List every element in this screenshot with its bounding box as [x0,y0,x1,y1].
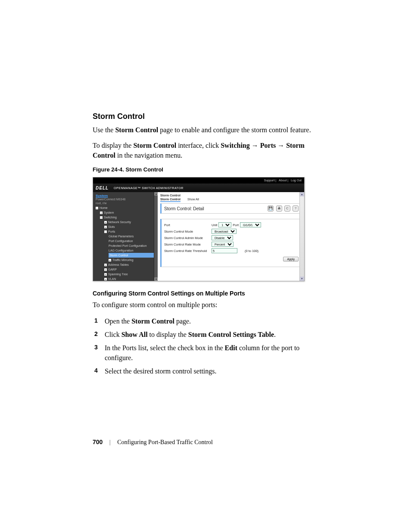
tree-toggle-icon[interactable]: + [104,264,107,266]
print-icon[interactable]: 🖶 [276,205,282,212]
breadcrumb: Storm Control [160,194,302,197]
page-footer: 700 | Configuring Port-Based Traffic Con… [93,439,213,446]
sidebar-item-protected-port[interactable]: Protected Port Configuration [109,243,155,248]
embedded-screenshot: Support | About | Log Out DELL OPENMANAG… [93,177,305,281]
text: In the Ports list, select the check box … [105,344,225,352]
sidebar-user-role: root, r/w [96,202,155,205]
link-support[interactable]: Support [264,179,275,182]
text-bold: Storm Control [115,126,158,134]
step-number: 1 [94,316,98,325]
sidebar-item-switching[interactable]: –Switching [100,215,155,220]
input-threshold[interactable] [212,248,237,253]
select-unit[interactable]: 1 [218,222,231,227]
section-heading: Storm Control [93,112,318,121]
link-logout[interactable]: Log Out [291,179,302,182]
row-rate-mode: Storm Control Rate Mode Percent [164,242,299,247]
label-port: Port [164,223,212,227]
tree-toggle-icon[interactable]: – [104,230,107,233]
tree-toggle-icon[interactable]: + [109,259,111,261]
sidebar-item-garp[interactable]: +GARP [104,267,155,272]
scroll-up-icon[interactable]: ▴ [300,192,304,196]
row-threshold: Storm Control Rate Threshold (0 to 100) [164,248,299,253]
step-2: 2 Click Show All to display the Storm Co… [105,330,318,339]
main-scrollbar[interactable]: ▴ ▾ [299,192,304,281]
select-rate-mode[interactable]: Percent [212,242,234,247]
sidebar-item-address-tables[interactable]: +Address Tables [104,262,155,267]
pane-toolbar: 💾 🖶 C ? [266,205,299,212]
footer-separator: | [109,439,111,445]
text-bold: Edit [225,344,237,352]
tree-toggle-icon[interactable]: + [104,278,107,280]
sidebar-item-spanning-tree[interactable]: +Spanning Tree [104,272,155,277]
sidebar-item-ports[interactable]: –Ports [104,229,155,234]
tree-toggle-icon[interactable]: + [104,268,107,271]
text: Use the [93,126,115,134]
figure-caption: Figure 24-4. Storm Control [93,166,318,173]
sidebar-item-traffic-mirroring[interactable]: +Traffic Mirroring [109,258,155,262]
brand-subtitle: OPENMANAGE™ SWITCH ADMINISTRATOR [114,187,184,190]
label-threshold: Storm Control Rate Threshold [164,249,212,253]
label-port-word: Port [233,223,239,227]
apply-button[interactable]: Apply [283,257,299,261]
sidebar-item-slots[interactable]: +Slots [104,224,155,229]
step-number: 3 [94,343,98,352]
tab-bar: Storm Control Show All [160,198,302,201]
steps-list: 1 Open the Storm Control page. 2 Click S… [93,316,318,376]
sidebar-item-network-security[interactable]: +Network Security [104,220,155,224]
select-port[interactable]: Gi1/0/1 [240,222,261,227]
scroll-down-icon[interactable]: ▾ [300,277,304,281]
row-admin-mode: Storm Control Admin Mode Disable [164,235,299,240]
tree-toggle-icon[interactable]: + [104,273,107,276]
text-bold: Ports [260,142,276,149]
sidebar-item-port-configuration[interactable]: Port Configuration [109,239,155,243]
brand-bar: DELL OPENMANAGE™ SWITCH ADMINISTRATOR [93,184,304,192]
pane-header: Storm Control: Detail 💾 🖶 C ? [160,203,302,214]
row-port: Port Unit 1 Port Gi1/0/1 [164,222,299,227]
text: Select the desired storm control setting… [105,367,217,375]
text-bold: Show All [121,331,148,338]
text: → [250,142,260,149]
step-3: 3 In the Ports list, select the check bo… [105,343,318,363]
subsection-heading: Configuring Storm Control Settings on Mu… [93,290,318,297]
tree-toggle-icon[interactable]: + [104,226,107,228]
step-4: 4 Select the desired storm control setti… [105,366,318,376]
scroll-up-icon[interactable]: ▴ [154,192,158,196]
page-number: 700 [93,439,103,445]
tree-toggle-icon[interactable]: – [100,216,103,219]
sidebar-item-home[interactable]: –Home [96,205,155,210]
help-icon[interactable]: ? [293,205,299,212]
text-bold: Storm Control [133,142,176,149]
refresh-icon[interactable]: C [284,205,290,212]
row-mode: Storm Control Mode Broadcast [164,229,299,234]
footer-chapter-title: Configuring Port-Based Traffic Control [117,439,213,445]
link-about[interactable]: About [279,179,286,182]
apply-row: Apply [164,257,299,261]
lead-paragraph: To configure storm control on multiple p… [93,300,318,310]
paragraph-2: To display the Storm Control interface, … [93,141,318,160]
sidebar-item-global-parameters[interactable]: Global Parameters [109,234,155,239]
sidebar-item-system[interactable]: +System [100,210,155,215]
text: → [276,142,286,149]
tree-toggle-icon[interactable]: + [100,212,103,214]
text: in the navigation menu. [115,152,182,159]
select-admin-mode[interactable]: Disable [212,235,233,240]
sidebar-scrollbar[interactable]: ▴ ▾ [154,192,158,281]
text: To display the [93,142,133,149]
tree-toggle-icon[interactable]: + [104,221,107,224]
select-mode[interactable]: Broadcast [212,229,237,234]
sidebar-heading-system[interactable]: System [96,194,155,198]
save-icon[interactable]: 💾 [268,205,274,212]
sidebar-item-vlan[interactable]: +VLAN [104,277,155,281]
tab-storm-control[interactable]: Storm Control [160,198,181,202]
text: . [274,331,276,338]
sidebar-item-lag-configuration[interactable]: LAG Configuration [109,248,155,253]
scroll-down-icon[interactable]: ▾ [154,277,158,281]
label-rate-mode: Storm Control Rate Mode [164,243,212,246]
text: to display the [148,331,188,338]
text-bold: Storm Control [131,317,174,325]
tree-toggle-icon[interactable]: – [96,207,98,209]
text-bold: Storm Control Settings Table [188,331,274,338]
tab-show-all[interactable]: Show All [187,198,199,201]
sidebar-item-storm-control[interactable]: Storm Control [109,253,155,258]
text: Open the [105,317,131,325]
